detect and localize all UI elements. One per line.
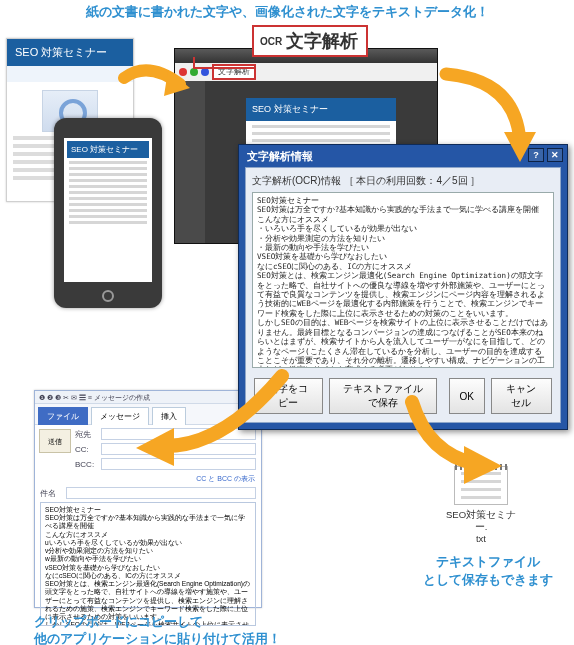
mail-menubar: ❶ ❷ ❸ ✂ ✉ ☰ ≡ メッセージの作成: [35, 391, 261, 404]
dot-icon: [179, 68, 187, 76]
mail-ribbon-tabs: ファイル メッセージ 挿入: [35, 404, 261, 425]
ocr-leader-line: [193, 57, 255, 69]
textfile-caption: テキストファイル として保存もできます: [418, 554, 558, 589]
tab-message[interactable]: メッセージ: [91, 407, 149, 425]
send-button[interactable]: 送信: [39, 429, 71, 453]
mail-body-text[interactable]: SEO対策セミナー SEO対策は万全ですか?基本知識から実践的な手法まで一気に学…: [40, 502, 256, 626]
spiral-binding-icon: [455, 464, 507, 470]
canvas-page-title: SEO 対策セミナー: [246, 98, 396, 121]
home-button-icon: [102, 290, 114, 302]
headline: 紙の文書に書かれた文字や、画像化された文字をテキストデータ化！: [0, 3, 574, 21]
subject-label: 件名: [40, 488, 66, 499]
dialog-header: 文字解析(OCR)情報 ［ 本日の利用回数：4／5回 ］: [252, 174, 554, 188]
close-icon[interactable]: ✕: [547, 148, 563, 162]
dialog-title-text: 文字解析情報: [247, 150, 313, 162]
tab-file[interactable]: ファイル: [38, 407, 88, 425]
dot-icon: [201, 68, 209, 76]
bcc-field[interactable]: [101, 458, 256, 470]
cc-label: CC:: [75, 445, 101, 454]
copy-text-button[interactable]: 文字をコピー: [254, 378, 323, 414]
ocr-small: OCR: [260, 36, 282, 47]
subject-field[interactable]: [66, 487, 256, 499]
to-label: 宛先: [75, 429, 101, 440]
save-text-button[interactable]: テキストファイルで保存: [329, 378, 437, 414]
text-file-icon: SEO対策セミナー. txt: [444, 466, 518, 538]
mail-compose-window: ❶ ❷ ❸ ✂ ✉ ☰ ≡ メッセージの作成 ファイル メッセージ 挿入 送信 …: [34, 390, 262, 608]
thumbnail-sidebar: [175, 81, 205, 243]
cc-field[interactable]: [101, 443, 256, 455]
dot-icon: [190, 68, 198, 76]
tab-insert[interactable]: 挿入: [152, 407, 186, 425]
to-field[interactable]: [101, 428, 256, 440]
smartphone: SEO 対策セミナー: [54, 118, 162, 308]
ocr-big: 文字解析: [286, 29, 358, 53]
phone-doc-title: SEO 対策セミナー: [67, 141, 149, 158]
clipboard-caption: クリップボードにコピーして 他のアプリケーションに貼り付けて活用！: [34, 614, 281, 645]
bcc-label: BCC:: [75, 460, 101, 469]
ocr-info-dialog: 文字解析情報 ? ✕ 文字解析(OCR)情報 ［ 本日の利用回数：4／5回 ］ …: [238, 144, 568, 430]
dialog-titlebar: 文字解析情報 ? ✕: [239, 145, 567, 167]
doc-title: SEO 対策セミナー: [7, 39, 133, 66]
cc-bcc-link[interactable]: CC と BCC の表示: [35, 473, 261, 487]
file-name: SEO対策セミナー. txt: [444, 509, 518, 545]
help-icon[interactable]: ?: [528, 148, 544, 162]
ocr-callout: OCR 文字解析: [252, 25, 368, 57]
cancel-button[interactable]: キャンセル: [491, 378, 552, 414]
ok-button[interactable]: OK: [449, 378, 485, 414]
ocr-result-textarea[interactable]: [252, 192, 554, 368]
